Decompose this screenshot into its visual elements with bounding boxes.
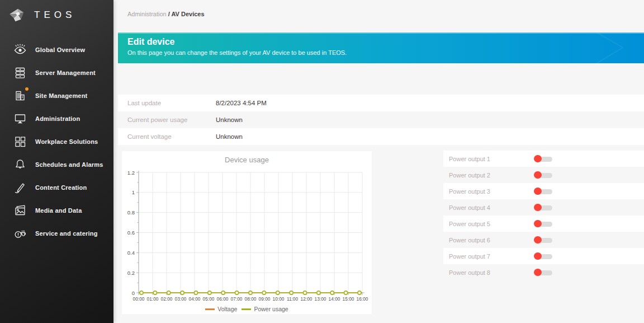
sidebar-item-administration[interactable]: Administration	[0, 107, 113, 130]
chart-legend: VoltagePower usage	[122, 305, 372, 313]
power-toggle[interactable]	[534, 204, 554, 212]
sidebar-item-label: Server Management	[35, 69, 96, 76]
power-output-row: Power output 7	[443, 248, 644, 264]
power-toggle[interactable]	[534, 155, 554, 163]
power-output-row: Power output 1	[443, 151, 644, 167]
power-output-row: Power output 5	[443, 216, 644, 232]
legend-item[interactable]: Power usage	[242, 306, 288, 312]
power-output-list: Power output 1 Power output 2 Power outp…	[443, 151, 644, 280]
legend-item[interactable]: Voltage	[205, 306, 237, 312]
power-toggle[interactable]	[534, 269, 554, 277]
page-title: Edit device	[127, 37, 644, 47]
sidebar-item-label: Content Creation	[35, 184, 87, 191]
power-output-row: Power output 3	[443, 183, 644, 199]
pen-icon	[13, 181, 27, 194]
field-value: Unknown	[216, 133, 243, 140]
power-output-label: Power output 6	[449, 237, 534, 244]
sidebar-item-content-creation[interactable]: Content Creation	[0, 176, 113, 199]
monitor-icon	[13, 112, 27, 125]
svg-text:13:00: 13:00	[315, 296, 326, 302]
svg-text:02:00: 02:00	[161, 296, 173, 302]
sidebar-item-label: Global Overview	[35, 46, 85, 53]
svg-text:14:00: 14:00	[329, 296, 340, 302]
power-output-row: Power output 4	[443, 199, 644, 216]
sidebar-item-server-management[interactable]: Server Management	[0, 61, 113, 84]
svg-text:09:00: 09:00	[259, 296, 271, 302]
catering-icon	[13, 227, 27, 240]
power-output-row: Power output 6	[443, 232, 644, 248]
notification-dot-icon	[25, 87, 29, 91]
building-icon	[13, 89, 27, 102]
svg-text:04:00: 04:00	[189, 296, 201, 302]
toggle-knob	[534, 155, 542, 163]
sidebar-item-workplace-solutions[interactable]: Workplace Solutions	[0, 130, 113, 153]
chart-title: Device usage	[122, 151, 372, 166]
teos-logo[interactable]: TEOS	[9, 7, 75, 23]
power-toggle[interactable]	[534, 188, 554, 195]
svg-text:08:00: 08:00	[245, 296, 257, 302]
field-value: Unknown	[216, 116, 243, 123]
svg-text:03:00: 03:00	[175, 296, 187, 302]
device-usage-chart: 00.20.40.60.811.200:0001:0002:0003:0004:…	[122, 166, 372, 302]
power-toggle[interactable]	[534, 252, 554, 260]
sidebar-item-global-overview[interactable]: Global Overview	[0, 38, 113, 61]
sidebar-item-site-management[interactable]: Site Management	[0, 84, 113, 107]
toggle-knob	[534, 269, 542, 277]
main-content: Administration / AV Devices Edit device …	[113, 0, 644, 323]
svg-text:1.2: 1.2	[127, 170, 135, 176]
breadcrumb-section[interactable]: Administration	[127, 11, 167, 17]
banner-chevron-decoration-icon	[589, 32, 628, 63]
device-fields: Last update 8/2/2023 4:54 PM Current pow…	[118, 95, 644, 145]
power-toggle[interactable]	[534, 220, 554, 228]
svg-text:06:00: 06:00	[217, 296, 229, 302]
power-output-label: Power output 4	[449, 204, 534, 211]
svg-text:0.2: 0.2	[127, 270, 135, 276]
toggle-knob	[534, 171, 542, 179]
device-usage-chart-card: Device usage 00.20.40.60.811.200:0001:00…	[122, 151, 372, 314]
tab-bar	[127, 73, 144, 78]
svg-text:16:00: 16:00	[357, 296, 368, 302]
sidebar-item-label: Workplace Solutions	[35, 138, 98, 145]
media-icon	[13, 204, 27, 217]
field-label: Current voltage	[127, 133, 216, 140]
sidebar-item-media-and-data[interactable]: Media and Data	[0, 199, 113, 222]
power-output-label: Power output 7	[449, 253, 534, 260]
sidebar-item-label: Administration	[35, 115, 80, 122]
svg-text:0.4: 0.4	[127, 250, 135, 256]
field-row: Current voltage Unknown	[118, 128, 644, 145]
sidebar-item-schedules-and-alarms[interactable]: Schedules and Alarms	[0, 153, 113, 176]
svg-text:11:00: 11:00	[287, 296, 299, 302]
power-output-label: Power output 2	[449, 172, 534, 179]
svg-text:07:00: 07:00	[231, 296, 243, 302]
svg-text:12:00: 12:00	[301, 296, 312, 302]
svg-text:0: 0	[132, 290, 135, 296]
logo-text: TEOS	[34, 10, 75, 21]
sidebar-item-label: Site Management	[35, 92, 87, 99]
power-output-label: Power output 1	[449, 156, 534, 162]
breadcrumb: Administration / AV Devices	[127, 11, 205, 17]
svg-text:15:00: 15:00	[343, 296, 354, 302]
power-output-label: Power output 3	[449, 188, 534, 195]
toggle-knob	[534, 188, 542, 195]
toggle-knob	[534, 236, 542, 244]
breadcrumb-current[interactable]: AV Devices	[171, 11, 204, 17]
field-label: Current power usage	[127, 116, 216, 123]
power-toggle[interactable]	[534, 236, 554, 244]
field-row: Current power usage Unknown	[118, 111, 644, 128]
toggle-knob	[534, 204, 542, 212]
sidebar-nav: Global Overview Server Management Site M…	[0, 38, 113, 245]
field-label: Last update	[127, 100, 216, 106]
grid-icon	[13, 135, 27, 148]
sidebar-item-service-and-catering[interactable]: Service and catering	[0, 222, 113, 245]
svg-text:05:00: 05:00	[203, 296, 215, 302]
svg-text:01:00: 01:00	[147, 296, 159, 302]
sidebar-item-label: Media and Data	[35, 207, 82, 214]
eye-icon	[13, 43, 27, 57]
power-output-row: Power output 2	[443, 167, 644, 183]
legend-dash-icon	[242, 308, 251, 310]
page-subtitle: On this page you can change the settings…	[127, 49, 644, 56]
power-toggle[interactable]	[534, 171, 554, 179]
bell-icon	[13, 158, 27, 171]
server-icon	[13, 66, 27, 79]
sidebar: TEOS Global Overview Server Management S…	[0, 0, 113, 323]
